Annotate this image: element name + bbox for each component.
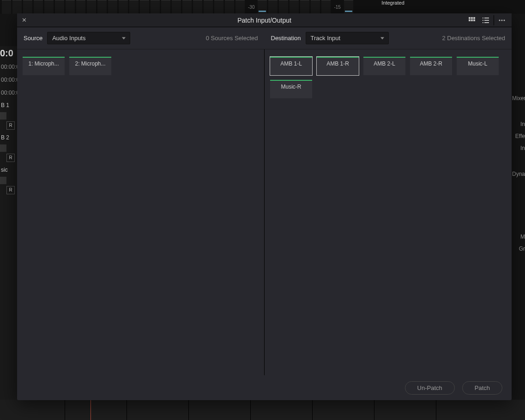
record-arm-button[interactable]: R bbox=[6, 121, 15, 130]
source-tile[interactable]: 1: Microph... bbox=[23, 57, 65, 75]
mixer-section-label: M bbox=[512, 231, 525, 243]
mixer-section-label: Effe bbox=[512, 130, 525, 142]
grid-view-button[interactable] bbox=[465, 14, 479, 27]
destination-tile[interactable]: AMB 1-L bbox=[270, 57, 312, 75]
background-meter-strip: -30 -15 bbox=[0, 0, 525, 14]
more-options-button[interactable] bbox=[495, 14, 509, 27]
source-tile-grid: 1: Microph...2: Microph... bbox=[23, 57, 259, 75]
svg-rect-4 bbox=[471, 19, 473, 21]
grid-icon bbox=[469, 17, 475, 24]
source-status: 0 Sources Selected bbox=[206, 35, 258, 42]
svg-rect-0 bbox=[469, 17, 471, 19]
unpatch-button[interactable]: Un-Patch bbox=[405, 381, 455, 395]
dialog-header: ✕ Patch Input/Output bbox=[17, 13, 512, 27]
list-icon bbox=[483, 17, 489, 24]
destination-tile[interactable]: AMB 2-R bbox=[410, 57, 452, 75]
svg-rect-1 bbox=[471, 17, 473, 19]
close-icon: ✕ bbox=[22, 17, 27, 24]
dialog-body: 1: Microph...2: Microph... AMB 1-LAMB 1-… bbox=[17, 49, 512, 375]
destination-status: 2 Destinations Selected bbox=[442, 35, 505, 42]
track-label: sic bbox=[0, 164, 18, 175]
close-button[interactable]: ✕ bbox=[17, 13, 31, 27]
timecode-line: 00:00:0 bbox=[0, 73, 18, 86]
source-select[interactable]: Audio Inputs bbox=[47, 32, 130, 44]
track-icon bbox=[0, 112, 6, 120]
timecode-line: 00:00:0 bbox=[0, 60, 18, 73]
source-panel: 1: Microph...2: Microph... bbox=[17, 49, 265, 375]
source-label: Source bbox=[24, 35, 42, 42]
track-label: B 2 bbox=[0, 132, 18, 143]
source-tile[interactable]: 2: Microph... bbox=[69, 57, 111, 75]
db-label: -30 bbox=[246, 5, 256, 10]
ellipsis-icon bbox=[499, 17, 505, 24]
svg-rect-10 bbox=[483, 22, 483, 23]
svg-point-12 bbox=[499, 19, 501, 21]
track-label: B 1 bbox=[0, 99, 18, 110]
track-icon bbox=[0, 144, 6, 152]
mixer-section-label: Gr bbox=[512, 243, 525, 255]
playhead[interactable] bbox=[91, 400, 91, 420]
svg-rect-3 bbox=[469, 19, 471, 21]
svg-rect-2 bbox=[473, 17, 475, 19]
destination-tile[interactable]: Music-R bbox=[270, 80, 312, 98]
destination-select[interactable]: Track Input bbox=[306, 32, 389, 44]
mixer-section-label: Dynam bbox=[512, 168, 525, 180]
svg-rect-6 bbox=[483, 18, 483, 18]
patch-io-dialog: ✕ Patch Input/Output bbox=[17, 13, 512, 400]
timeline-strip[interactable] bbox=[0, 400, 525, 420]
svg-rect-9 bbox=[484, 20, 489, 21]
integrated-label: Integrated bbox=[378, 0, 408, 6]
timecode-line: 00:00:0 bbox=[0, 86, 18, 99]
mixer-section-label: In bbox=[512, 118, 525, 130]
left-track-strip: 0:0 00:00:0 00:00:0 00:00:0 B 1 R B 2 R … bbox=[0, 46, 18, 420]
mixer-section-label: In bbox=[512, 142, 525, 154]
mixer-label: Mixer bbox=[512, 92, 525, 104]
svg-rect-8 bbox=[483, 20, 483, 21]
list-view-button[interactable] bbox=[479, 14, 493, 27]
destination-label: Destination bbox=[271, 35, 301, 42]
destination-tile[interactable]: AMB 1-R bbox=[317, 57, 359, 75]
track-icon bbox=[0, 177, 6, 184]
db-label: -15 bbox=[332, 5, 342, 10]
svg-rect-7 bbox=[484, 18, 489, 18]
dialog-footer: Un-Patch Patch bbox=[17, 375, 512, 400]
svg-rect-5 bbox=[473, 19, 475, 21]
svg-point-14 bbox=[504, 19, 505, 21]
dialog-toolbar: Source Audio Inputs 0 Sources Selected D… bbox=[17, 27, 512, 49]
right-mixer-strip: Mixer In Effe In Dynam M Gr bbox=[512, 92, 525, 255]
patch-button[interactable]: Patch bbox=[462, 381, 502, 395]
timecode-display: 0:0 bbox=[0, 46, 18, 60]
destination-tile[interactable]: AMB 2-L bbox=[363, 57, 405, 75]
destination-tile-grid: AMB 1-LAMB 1-RAMB 2-LAMB 2-RMusic-LMusic… bbox=[270, 57, 506, 98]
dialog-title: Patch Input/Output bbox=[237, 17, 291, 24]
svg-point-13 bbox=[501, 19, 503, 21]
record-arm-button[interactable]: R bbox=[6, 186, 15, 194]
destination-tile[interactable]: Music-L bbox=[457, 57, 499, 75]
svg-rect-11 bbox=[484, 22, 489, 23]
record-arm-button[interactable]: R bbox=[6, 154, 15, 162]
destination-panel: AMB 1-LAMB 1-RAMB 2-LAMB 2-RMusic-LMusic… bbox=[265, 49, 512, 375]
